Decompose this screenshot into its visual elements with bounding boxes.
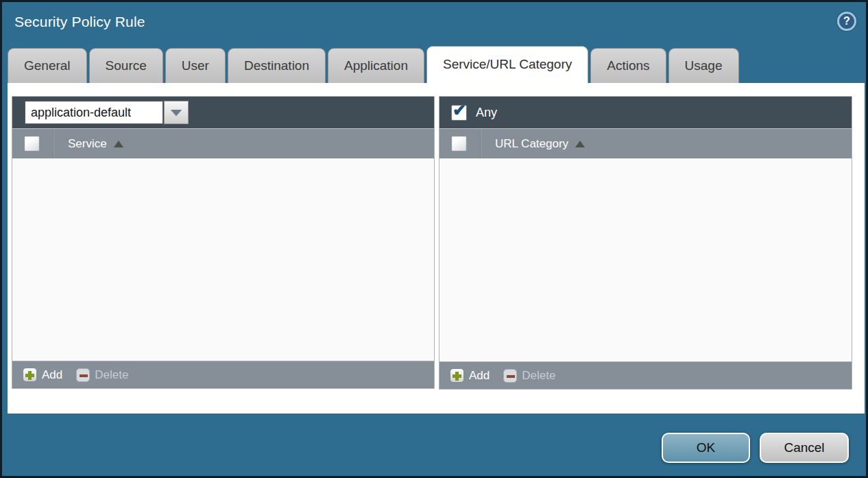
service-delete-button[interactable]: Delete <box>76 368 128 382</box>
tab-user[interactable]: User <box>165 48 226 83</box>
service-panel-footer: Add Delete <box>12 361 434 388</box>
ok-button[interactable]: OK <box>662 433 750 463</box>
url-category-column-label[interactable]: URL Category <box>495 137 568 151</box>
help-icon[interactable]: ? <box>837 12 856 31</box>
service-column-header: Service <box>12 128 434 158</box>
url-category-add-button[interactable]: Add <box>450 368 490 383</box>
url-category-panel-footer: Add Delete <box>439 361 852 389</box>
tab-application[interactable]: Application <box>328 48 424 83</box>
service-type-dropdown-button[interactable] <box>164 101 189 124</box>
tab-usage[interactable]: Usage <box>668 48 739 83</box>
sort-ascending-icon[interactable] <box>575 141 585 147</box>
service-type-input[interactable] <box>25 101 163 124</box>
service-add-button[interactable]: Add <box>23 368 62 382</box>
tab-source[interactable]: Source <box>89 48 163 83</box>
column-separator <box>53 129 53 159</box>
column-separator <box>480 129 481 159</box>
url-category-select-all-checkbox[interactable] <box>451 136 467 152</box>
service-panel: Service Add Delete <box>12 96 435 389</box>
help-icon-glyph: ? <box>843 15 850 27</box>
url-category-panel-header: ✔ Any <box>439 97 852 128</box>
url-category-panel: ✔ Any URL Category Add Delete <box>439 96 852 390</box>
security-policy-rule-dialog: Security Policy Rule ? General Source Us… <box>0 0 868 478</box>
checkmark-icon: ✔ <box>453 104 466 117</box>
tab-content-area: Service Add Delete ✔ Any <box>8 83 865 414</box>
service-list <box>12 158 434 361</box>
any-checkbox[interactable]: ✔ <box>451 105 467 121</box>
service-column-label[interactable]: Service <box>68 137 107 151</box>
cancel-button[interactable]: Cancel <box>760 433 849 463</box>
add-button-label: Add <box>469 369 490 383</box>
add-button-label: Add <box>42 368 62 382</box>
delete-button-label: Delete <box>95 368 128 382</box>
tab-general[interactable]: General <box>8 48 87 83</box>
service-select-all-checkbox[interactable] <box>24 136 40 152</box>
tab-actions[interactable]: Actions <box>590 48 666 83</box>
add-plus-icon <box>23 368 37 382</box>
chevron-down-icon <box>171 110 182 116</box>
tab-service-url-category[interactable]: Service/URL Category <box>426 46 588 83</box>
url-category-list <box>439 158 852 361</box>
delete-button-label: Delete <box>522 369 555 383</box>
delete-minus-icon <box>503 369 517 383</box>
sort-ascending-icon[interactable] <box>114 141 123 147</box>
dialog-title: Security Policy Rule <box>14 14 145 30</box>
delete-minus-icon <box>76 368 90 382</box>
add-plus-icon <box>450 368 464 383</box>
url-category-column-header: URL Category <box>439 128 852 158</box>
tab-destination[interactable]: Destination <box>228 48 326 83</box>
any-checkbox-label[interactable]: Any <box>476 106 497 120</box>
service-panel-header <box>12 97 434 128</box>
url-category-delete-button[interactable]: Delete <box>503 369 555 383</box>
tab-bar: General Source User Destination Applicat… <box>8 46 739 83</box>
